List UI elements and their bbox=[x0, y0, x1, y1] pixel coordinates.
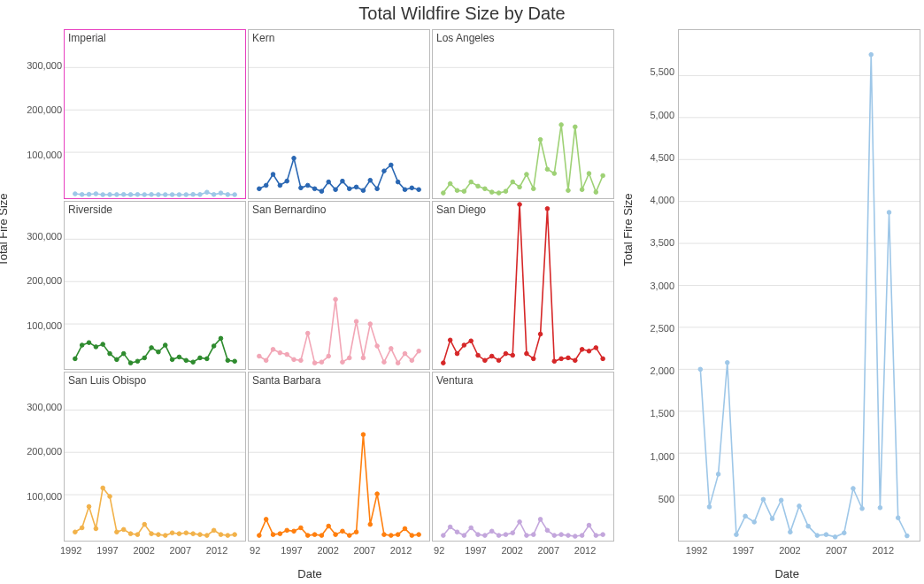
panel-imperial[interactable]: Imperial bbox=[64, 29, 246, 199]
y-tick: 2,500 bbox=[650, 323, 674, 334]
svg-point-84 bbox=[73, 357, 78, 361]
svg-point-98 bbox=[170, 357, 174, 362]
svg-point-53 bbox=[417, 188, 421, 192]
svg-point-151 bbox=[531, 357, 535, 361]
svg-point-134 bbox=[417, 349, 421, 353]
detail-panel: Total Fire Size Date 5001,0001,5002,0002… bbox=[620, 26, 924, 579]
svg-point-65 bbox=[497, 191, 501, 196]
svg-point-206 bbox=[354, 530, 358, 534]
svg-point-271 bbox=[851, 487, 856, 491]
x-tick: 2007 bbox=[170, 545, 191, 556]
svg-point-267 bbox=[815, 534, 820, 538]
svg-point-277 bbox=[905, 534, 910, 538]
svg-point-18 bbox=[177, 193, 181, 197]
x-tick: 2002 bbox=[133, 545, 154, 556]
x-tick: 1992 bbox=[686, 545, 707, 556]
svg-point-226 bbox=[489, 529, 494, 534]
x-tick: 92 bbox=[434, 545, 444, 556]
svg-point-46 bbox=[368, 178, 373, 182]
svg-point-148 bbox=[511, 353, 515, 357]
svg-point-3 bbox=[73, 192, 78, 196]
svg-point-118 bbox=[305, 331, 310, 335]
svg-point-51 bbox=[403, 188, 407, 192]
svg-point-33 bbox=[278, 183, 282, 188]
svg-point-121 bbox=[327, 354, 331, 358]
svg-point-204 bbox=[341, 529, 345, 534]
svg-point-57 bbox=[442, 191, 446, 196]
svg-point-166 bbox=[80, 526, 84, 530]
svg-point-202 bbox=[327, 525, 331, 529]
x-tick: 2007 bbox=[354, 545, 375, 556]
svg-point-197 bbox=[292, 529, 296, 534]
y-tick: 300,000 bbox=[27, 402, 62, 412]
svg-point-133 bbox=[410, 358, 414, 363]
panel-plot bbox=[249, 202, 429, 370]
x-tick: 2012 bbox=[390, 545, 412, 556]
svg-point-132 bbox=[403, 351, 407, 356]
svg-point-236 bbox=[559, 533, 564, 537]
panel-title: Ventura bbox=[436, 374, 473, 387]
svg-point-214 bbox=[410, 534, 414, 538]
svg-point-114 bbox=[278, 350, 282, 355]
y-tick: 3,000 bbox=[650, 280, 674, 291]
svg-point-205 bbox=[347, 534, 351, 538]
svg-point-171 bbox=[115, 530, 119, 534]
panel-los-angeles[interactable]: Los Angeles bbox=[432, 29, 614, 199]
svg-point-211 bbox=[389, 534, 394, 538]
svg-point-44 bbox=[354, 185, 358, 189]
svg-point-24 bbox=[219, 191, 223, 196]
svg-point-116 bbox=[292, 357, 296, 362]
svg-point-45 bbox=[361, 188, 366, 193]
panel-plot bbox=[249, 30, 429, 198]
svg-point-10 bbox=[121, 192, 126, 196]
svg-point-274 bbox=[878, 506, 882, 511]
svg-point-52 bbox=[410, 186, 414, 190]
svg-point-43 bbox=[347, 187, 351, 191]
svg-point-145 bbox=[489, 354, 494, 358]
panel-san-bernardino[interactable]: San Bernardino bbox=[248, 201, 430, 371]
panel-plot bbox=[433, 30, 613, 198]
svg-point-167 bbox=[87, 505, 91, 510]
panel-santa-barbara[interactable]: Santa Barbara bbox=[248, 372, 430, 542]
svg-point-275 bbox=[887, 211, 891, 215]
small-multiples-panel: Total Fire Size Date 100,000200,000300,0… bbox=[0, 26, 620, 579]
svg-point-47 bbox=[375, 187, 380, 191]
svg-point-96 bbox=[157, 350, 161, 354]
panel-plot bbox=[65, 202, 245, 370]
y-tick: 4,500 bbox=[650, 152, 674, 163]
svg-point-257 bbox=[725, 360, 729, 365]
svg-point-144 bbox=[483, 358, 488, 363]
svg-point-231 bbox=[525, 534, 529, 538]
svg-point-160 bbox=[594, 345, 598, 350]
svg-point-272 bbox=[860, 506, 865, 511]
y-tick: 5,500 bbox=[650, 66, 674, 77]
svg-point-99 bbox=[177, 355, 181, 359]
svg-point-124 bbox=[347, 356, 351, 360]
svg-point-242 bbox=[601, 533, 605, 537]
x-tick: 1997 bbox=[96, 545, 118, 556]
panel-ventura[interactable]: Ventura bbox=[432, 372, 614, 542]
svg-point-146 bbox=[497, 358, 501, 363]
svg-point-100 bbox=[184, 358, 189, 363]
x-axis-label-right: Date bbox=[774, 567, 798, 580]
svg-point-156 bbox=[566, 356, 571, 360]
detail-chart[interactable] bbox=[678, 29, 920, 542]
svg-point-74 bbox=[559, 123, 564, 127]
svg-point-91 bbox=[121, 351, 126, 356]
panel-san-diego[interactable]: San Diego bbox=[432, 201, 614, 371]
svg-point-154 bbox=[552, 359, 557, 364]
svg-point-255 bbox=[707, 505, 712, 510]
svg-point-15 bbox=[157, 193, 161, 197]
svg-point-203 bbox=[334, 533, 338, 537]
svg-point-22 bbox=[205, 190, 210, 195]
svg-point-107 bbox=[233, 359, 237, 364]
panel-san-luis-obispo[interactable]: San Luis Obispo bbox=[64, 372, 246, 542]
panel-kern[interactable]: Kern bbox=[248, 29, 430, 199]
svg-point-129 bbox=[382, 360, 387, 365]
svg-point-128 bbox=[375, 343, 380, 348]
svg-point-147 bbox=[504, 351, 508, 356]
svg-point-106 bbox=[226, 358, 230, 363]
svg-point-188 bbox=[233, 533, 237, 537]
svg-point-66 bbox=[504, 189, 508, 194]
panel-riverside[interactable]: Riverside bbox=[64, 201, 246, 371]
